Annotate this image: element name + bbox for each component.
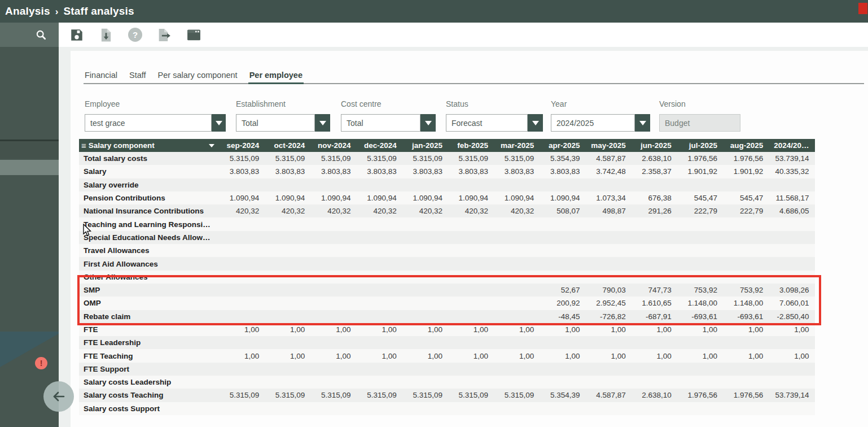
table-cell[interactable]: 1,00 (586, 352, 632, 360)
table-cell[interactable]: 5.315,09 (357, 154, 402, 163)
alert-icon[interactable]: ! (35, 357, 47, 369)
table-row[interactable]: Total salary costs5.315,095.315,095.315,… (79, 152, 815, 165)
table-cell[interactable]: 5.315,09 (494, 154, 540, 163)
table-cell[interactable]: 5.354,39 (540, 391, 585, 399)
year-dropdown-button[interactable] (635, 114, 650, 132)
cost-centre-input[interactable]: Total (341, 114, 420, 132)
table-cell[interactable]: -726,82 (586, 312, 632, 321)
column-header[interactable]: jul-2025 (677, 141, 723, 150)
table-row[interactable]: Salary costs Teaching5.315,095.315,095.3… (79, 389, 815, 402)
table-row[interactable]: FTE Leadership (79, 336, 815, 349)
sidebar-menu-item[interactable] (0, 141, 59, 159)
table-cell[interactable]: 5.315,09 (265, 391, 310, 399)
table-cell[interactable]: 222,79 (723, 207, 769, 215)
table-cell[interactable]: 1,00 (540, 352, 585, 360)
table-cell[interactable]: 3.803,83 (402, 167, 448, 176)
table-cell[interactable]: 1,00 (357, 325, 402, 334)
table-cell[interactable]: 5.315,09 (448, 391, 494, 399)
salary-component-header[interactable]: ≡ Salary component (79, 139, 219, 152)
table-cell[interactable]: 1.090,94 (219, 194, 265, 202)
table-cell[interactable]: 3.742,48 (586, 167, 632, 176)
table-cell[interactable]: 1.090,94 (310, 194, 356, 202)
table-cell[interactable]: 420,32 (494, 207, 540, 215)
column-header[interactable]: jan-2025 (402, 141, 448, 150)
table-cell[interactable]: 1.090,94 (448, 194, 494, 202)
table-cell[interactable]: 5.315,09 (448, 154, 494, 163)
table-cell[interactable]: 5.315,09 (265, 154, 310, 163)
table-cell[interactable]: 53.739,14 (769, 154, 814, 163)
table-row[interactable]: First Aid Allowances (79, 257, 815, 270)
back-button[interactable] (43, 381, 74, 412)
table-cell[interactable]: 420,32 (310, 207, 356, 215)
table-cell[interactable]: 1,00 (632, 325, 677, 334)
cost-centre-dropdown-button[interactable] (420, 114, 436, 132)
column-header[interactable]: dec-2024 (357, 141, 402, 150)
table-cell[interactable]: 200,92 (540, 299, 585, 307)
table-cell[interactable]: 790,03 (586, 286, 632, 294)
table-row[interactable]: FTE Teaching1,001,001,001,001,001,001,00… (79, 349, 815, 362)
table-cell[interactable]: 1.090,94 (494, 194, 540, 202)
table-cell[interactable]: 545,47 (723, 194, 769, 202)
table-cell[interactable]: 1,00 (310, 325, 356, 334)
table-cell[interactable]: -48,45 (540, 312, 585, 321)
download-button[interactable] (98, 27, 113, 42)
table-cell[interactable]: 1,00 (769, 325, 814, 334)
table-row[interactable]: SMP52,67790,03747,73753,92753,923.098,26 (79, 284, 815, 297)
status-input[interactable]: Forecast (446, 114, 528, 132)
table-cell[interactable]: 11.568,17 (769, 194, 814, 202)
table-row[interactable]: Salary3.803,833.803,833.803,833.803,833.… (79, 165, 815, 178)
table-cell[interactable]: 1,00 (540, 325, 585, 334)
table-cell[interactable]: 1.148,00 (723, 299, 769, 307)
table-cell[interactable]: 676,38 (632, 194, 677, 202)
table-cell[interactable]: 52,67 (540, 286, 585, 294)
table-cell[interactable]: 1.976,56 (723, 391, 769, 399)
table-cell[interactable]: 2.952,45 (586, 299, 632, 307)
column-header[interactable]: feb-2025 (448, 141, 494, 150)
table-cell[interactable]: 3.803,83 (265, 167, 310, 176)
menu-icon[interactable]: ≡ (81, 141, 86, 150)
table-cell[interactable]: 1,00 (448, 325, 494, 334)
table-cell[interactable]: 4.587,87 (586, 391, 632, 399)
establishment-input[interactable]: Total (236, 114, 315, 132)
table-cell[interactable]: 1,00 (494, 325, 540, 334)
table-cell[interactable]: 1,00 (265, 325, 310, 334)
table-cell[interactable]: -687,91 (632, 312, 677, 321)
table-cell[interactable]: 53.739,14 (769, 391, 814, 399)
table-cell[interactable]: 1,00 (219, 352, 265, 360)
table-cell[interactable]: 508,07 (540, 207, 585, 215)
table-cell[interactable]: 1,00 (723, 325, 769, 334)
table-cell[interactable]: 3.803,83 (357, 167, 402, 176)
table-cell[interactable]: 1.148,00 (677, 299, 723, 307)
column-header[interactable]: 2024/20… (769, 141, 814, 150)
table-cell[interactable]: 1.976,56 (677, 154, 723, 163)
table-cell[interactable]: 3.803,83 (540, 167, 585, 176)
table-row[interactable]: OMP200,922.952,451.610,651.148,001.148,0… (79, 297, 815, 310)
tab-per-salary-component[interactable]: Per salary component (157, 69, 239, 83)
table-cell[interactable]: 1,00 (723, 352, 769, 360)
breadcrumb-parent[interactable]: Analysis (5, 5, 50, 18)
table-row[interactable]: Salary costs Support (79, 402, 815, 415)
status-dropdown-button[interactable] (528, 114, 543, 132)
table-cell[interactable]: 747,73 (632, 286, 677, 294)
column-header[interactable]: aug-2025 (723, 141, 769, 150)
table-cell[interactable]: 222,79 (677, 207, 723, 215)
table-cell[interactable]: 7.060,01 (769, 299, 814, 307)
table-cell[interactable]: 2.638,10 (632, 391, 677, 399)
column-header[interactable]: may-2025 (586, 141, 632, 150)
table-cell[interactable]: 1.901,92 (723, 167, 769, 176)
table-cell[interactable]: 5.315,09 (494, 391, 540, 399)
column-header[interactable]: sep-2024 (219, 141, 265, 150)
table-cell[interactable]: 1,00 (219, 325, 265, 334)
table-cell[interactable]: 4.587,87 (586, 154, 632, 163)
table-cell[interactable]: 420,32 (265, 207, 310, 215)
sidebar-menu-item-selected[interactable] (0, 160, 59, 175)
table-cell[interactable]: 5.315,09 (219, 154, 265, 163)
table-cell[interactable]: 3.803,83 (448, 167, 494, 176)
table-cell[interactable]: 2.638,10 (632, 154, 677, 163)
table-cell[interactable]: 1,00 (402, 352, 448, 360)
table-cell[interactable]: 4.686,05 (769, 207, 814, 215)
tab-financial[interactable]: Financial (84, 69, 119, 83)
table-cell[interactable]: 498,87 (586, 207, 632, 215)
table-cell[interactable]: 1,00 (265, 352, 310, 360)
table-cell[interactable]: 753,92 (723, 286, 769, 294)
